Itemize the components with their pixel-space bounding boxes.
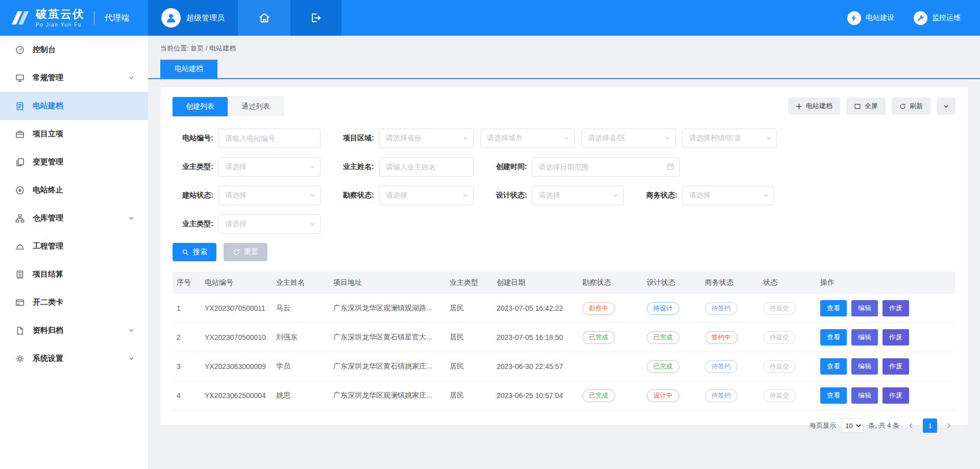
nav-monitor-ops[interactable]: 监控运维 [914, 0, 961, 36]
void-button[interactable]: 作废 [883, 358, 909, 375]
sidebar-item-warehouse-management[interactable]: 仓库管理 [0, 204, 148, 232]
tab-passed-list[interactable]: 通过列表 [228, 96, 284, 116]
province-select[interactable]: 请选择省份 [379, 129, 474, 148]
cell-owner-name: 学员 [272, 352, 329, 381]
brand-text: 破茧云伏 Po Jian Yun Fu [36, 8, 85, 27]
view-button[interactable]: 查看 [820, 300, 847, 316]
sidebar-item-station-termination[interactable]: 电站终止 [0, 176, 148, 204]
per-page-select[interactable]: 10 [841, 418, 863, 433]
sitemap-icon [15, 214, 24, 223]
edit-button[interactable]: 编辑 [851, 329, 878, 345]
design-status-select[interactable]: 请选择 [532, 186, 624, 205]
chevron-down-icon [128, 215, 135, 221]
refresh-button[interactable]: 刷新 [892, 97, 930, 115]
breadcrumb-separator: / [206, 44, 208, 52]
sidebar-item-data-archiving[interactable]: 资料归档 [0, 316, 148, 344]
fullscreen-button[interactable]: 全屏 [846, 97, 886, 115]
calendar-icon [667, 163, 674, 170]
business-status-select[interactable]: 请选择 [682, 186, 774, 205]
owner-type-select[interactable]: 请选择 [218, 157, 321, 177]
cell-status: 待提交 [759, 381, 816, 410]
owner-type2-select[interactable]: 请选择 [218, 214, 321, 234]
void-button[interactable]: 作废 [883, 329, 909, 345]
lightning-icon [847, 11, 861, 25]
reset-button[interactable]: 重置 [224, 243, 267, 261]
search-button[interactable]: 搜索 [173, 243, 216, 261]
sidebar-item-general-management[interactable]: 常规管理 [0, 64, 148, 92]
filter-owner-name: 业主姓名: [343, 157, 474, 177]
filter-form: 电站编号: 项目区域: 请选择省份 请选择城市 [173, 129, 955, 261]
filter-actions: 搜索 重置 [173, 243, 955, 261]
monitor-icon [15, 73, 24, 83]
edit-button[interactable]: 编辑 [851, 387, 878, 404]
col-design-status: 设计状态 [643, 271, 701, 294]
cell-owner-name: 马云 [272, 294, 329, 323]
create-time-label: 创建时间: [496, 162, 527, 171]
next-page-button[interactable] [942, 418, 955, 433]
chevron-down-icon [943, 103, 949, 110]
cell-actions: 查看编辑作废 [816, 352, 955, 381]
sidebar-item-system-settings[interactable]: 系统设置 [0, 344, 148, 373]
create-time-range-input[interactable] [532, 157, 680, 177]
add-station-button[interactable]: 电站建档 [788, 97, 840, 115]
page-tab-station-filing[interactable]: 电站建档 [160, 60, 217, 78]
filter-city: 请选择城市 [480, 129, 575, 148]
sidebar-item-change-management[interactable]: 变更管理 [0, 148, 148, 176]
void-button[interactable]: 作废 [883, 387, 909, 404]
user-menu[interactable]: 超级管理员 [148, 0, 238, 36]
cell-business-status: 待签约 [701, 381, 759, 410]
owner-name-input[interactable] [379, 157, 474, 177]
sidebar-item-station-filing[interactable]: 电站建档 [0, 92, 148, 120]
sidebar-item-project-initiation[interactable]: 项目立项 [0, 120, 148, 148]
town-select[interactable]: 请选择村镇/街道 [682, 129, 777, 148]
cell-address: 广东深圳龙华区黄石镇姚家庄... [329, 352, 446, 381]
col-address: 项目地址 [329, 271, 446, 294]
cell-business-status: 待签约 [701, 352, 759, 381]
filter-row-4: 业主类型: 请选择 [173, 214, 955, 234]
sidebar-item-project-settlement[interactable]: 项目结算 [0, 260, 148, 288]
sidebar-item-console[interactable]: 控制台 [0, 36, 148, 64]
page-1-button[interactable]: 1 [923, 418, 937, 433]
cell-owner-type: 居民 [446, 323, 493, 352]
logout-button[interactable] [290, 0, 341, 36]
view-button[interactable]: 查看 [820, 358, 847, 375]
prev-page-button[interactable] [904, 418, 918, 433]
status-badge: 勘察中 [582, 302, 615, 315]
cell-business-status: 签约中 [701, 323, 759, 352]
view-button[interactable]: 查看 [820, 329, 847, 345]
chevron-down-icon [462, 192, 469, 199]
station-no-input[interactable] [218, 129, 321, 148]
county-select[interactable]: 请选择县/区 [581, 129, 676, 148]
void-button[interactable]: 作废 [883, 300, 909, 316]
edit-button[interactable]: 编辑 [851, 300, 878, 316]
sidebar-item-label: 开二类卡 [33, 298, 63, 307]
refresh-icon [899, 103, 906, 110]
sidebar-item-label: 仓库管理 [33, 213, 63, 223]
cell-owner-name: 刘强东 [272, 323, 329, 352]
view-button[interactable]: 查看 [820, 387, 847, 404]
build-status-select[interactable]: 请选择 [218, 186, 321, 205]
breadcrumb-current: 电站建档 [209, 44, 236, 52]
status-badge: 待签约 [705, 360, 738, 373]
survey-status-select[interactable]: 请选择 [379, 186, 474, 205]
nav-label: 电站建设 [866, 13, 894, 22]
list-tabs-row: 创建列表 通过列表 电站建档 全屏 刷新 [173, 96, 955, 116]
filter-owner-type: 业主类型: 请选择 [173, 157, 321, 177]
home-button[interactable] [238, 0, 290, 36]
edit-button[interactable]: 编辑 [851, 358, 878, 375]
cell-station-no: YX2023070500010 [201, 323, 272, 352]
user-name: 超级管理员 [186, 13, 225, 23]
city-select[interactable]: 请选择城市 [480, 129, 575, 148]
chevron-down-icon [665, 135, 671, 141]
collapse-button[interactable] [937, 97, 955, 115]
breadcrumb-home[interactable]: 首页 [190, 44, 204, 52]
cell-design-status: 已完成 [643, 323, 701, 352]
status-badge: 已完成 [582, 331, 615, 344]
sidebar-item-class2-card[interactable]: 开二类卡 [0, 288, 148, 316]
nav-station-build[interactable]: 电站建设 [847, 0, 894, 36]
tab-create-list[interactable]: 创建列表 [173, 97, 228, 116]
cell-index: 2 [173, 323, 201, 352]
sidebar-item-engineering-management[interactable]: 工程管理 [0, 232, 148, 260]
reset-icon [233, 249, 240, 256]
cell-design-status: 待设计 [643, 294, 701, 323]
